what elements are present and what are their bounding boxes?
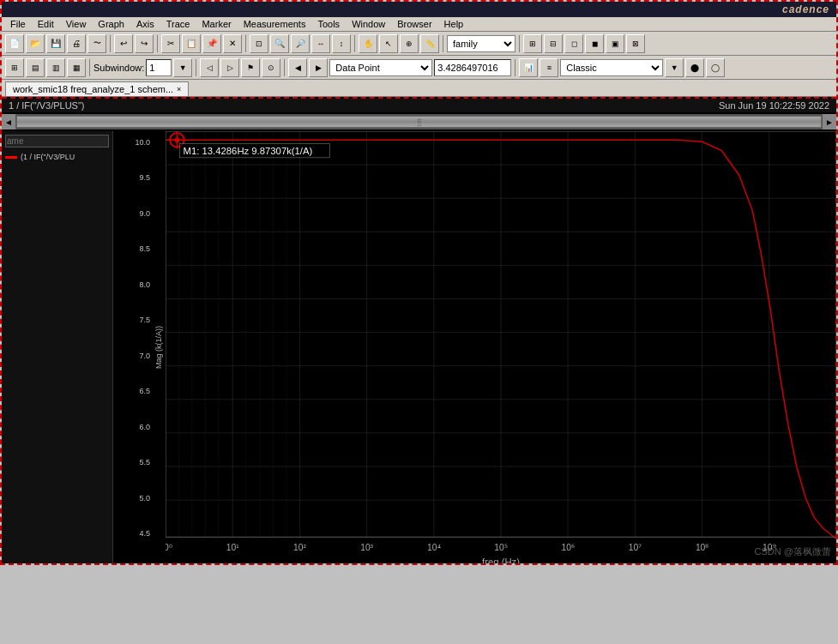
tb-btn-b[interactable]: ⊟ [544,34,563,53]
toolbar1: 📄 📂 💾 🖨 〜 ↩ ↪ ✂ 📋 📌 ✕ ⊡ 🔍 🔎 ↔ ↕ ✋ ↖ ⊕ 📏 … [2,32,836,56]
sep2 [157,35,158,52]
horizontal-scrollbar[interactable]: ◄ ⣿ ► [2,114,836,129]
x-axis-label-text: freq (Hz) [482,557,520,563]
y-tick-75: 7.5 [139,316,150,324]
tb2-btnE[interactable]: ◀ [288,58,307,77]
tb2-btnF[interactable]: ▶ [309,58,328,77]
pan-btn[interactable]: ✋ [359,34,377,53]
tb2-btnK[interactable]: ◯ [706,58,725,77]
tab-close-btn[interactable]: × [177,85,181,93]
tab-label: work_smic18 freq_analyze_1 schem... [13,84,173,94]
sep3 [245,35,246,52]
x-tick-0: 10⁰ [166,543,172,552]
legend-name-input[interactable] [5,135,109,147]
menubar: File Edit View Graph Axis Trace Marker M… [2,17,836,32]
y-tick-85: 8.5 [139,244,150,253]
menu-window[interactable]: Window [347,18,390,30]
main-tab[interactable]: work_smic18 freq_analyze_1 schem... × [5,81,189,96]
zoom-x-btn[interactable]: ↔ [311,34,330,53]
menu-view[interactable]: View [61,18,92,30]
sep6 [519,35,520,52]
tb2-btn3[interactable]: ▥ [46,58,65,77]
menu-file[interactable]: File [5,18,31,30]
zoom-y-btn[interactable]: ↕ [332,34,351,53]
chart-area: 10.0 9.5 9.0 8.5 8.0 7.5 7.0 6.5 6.0 5.5… [113,131,836,563]
y-axis-label: Mag (k(1/A)) [154,326,163,369]
zoom-fit-btn[interactable]: ⊡ [250,34,268,53]
subwindow-drop[interactable]: ▼ [173,58,192,77]
menu-help[interactable]: Help [439,18,469,30]
menu-edit[interactable]: Edit [33,18,59,30]
copy-btn[interactable]: 📋 [182,34,201,53]
x-tick-7: 10⁷ [629,543,642,552]
ruler-btn[interactable]: 📏 [420,34,439,53]
menu-tools[interactable]: Tools [312,18,345,30]
tb2-btnC[interactable]: ⚑ [241,58,260,77]
zoom-in-btn[interactable]: 🔍 [270,34,289,53]
tb2-btnJ[interactable]: ⬤ [685,58,704,77]
tb2-btnI[interactable]: ▼ [665,58,684,77]
x-tick-8: 10⁸ [696,543,708,552]
chart-date: Sun Jun 19 10:22:59 2022 [719,100,829,111]
legend-item: (1 / IF("/V3/PLU [5,153,109,161]
tb2-btnB[interactable]: ▷ [220,58,239,77]
scroll-thumb[interactable]: ⣿ [16,116,822,128]
tb2-btnD[interactable]: ⊙ [262,58,280,77]
sep10 [515,59,515,76]
wave-btn[interactable]: 〜 [87,34,106,53]
classic-select[interactable]: Classic [560,59,663,76]
select-btn[interactable]: ↖ [379,34,398,53]
app-title: cadence [782,3,829,15]
print-btn[interactable]: 🖨 [67,34,86,53]
plot-wrapper: (1 / IF("/V3/PLU 10.0 9.5 9.0 8.5 8.0 7.… [2,131,836,563]
x-tick-2: 10² [293,543,306,552]
legend-item-label: (1 / IF("/V3/PLU [21,153,75,161]
undo-btn[interactable]: ↩ [114,34,133,53]
menu-measurements[interactable]: Measurements [238,18,311,30]
legend-color-swatch [5,156,17,159]
tb-btn-d[interactable]: ◼ [585,34,604,53]
sep7 [89,59,90,76]
save-btn[interactable]: 💾 [46,34,65,53]
zoom-out-btn[interactable]: 🔎 [291,34,310,53]
scroll-track[interactable]: ⣿ [16,116,822,128]
menu-axis[interactable]: Axis [131,18,160,30]
menu-browser[interactable]: Browser [392,18,437,30]
sep5 [443,35,443,52]
y-tick-50: 5.0 [139,494,150,503]
menu-marker[interactable]: Marker [196,18,236,30]
tb-btn-f[interactable]: ⊠ [626,34,645,53]
menu-graph[interactable]: Graph [93,18,130,30]
family-select[interactable]: family [447,35,515,52]
menu-trace[interactable]: Trace [161,18,196,30]
y-tick-90: 9.0 [139,209,150,218]
tb2-btn4[interactable]: ▦ [67,58,86,77]
toolbar2: ⊞ ▤ ▥ ▦ Subwindow: ▼ ◁ ▷ ⚑ ⊙ ◀ ▶ Data Po… [2,56,836,80]
tb2-btnA[interactable]: ◁ [200,58,219,77]
tb2-btnH[interactable]: ≡ [540,58,558,77]
paste-btn[interactable]: 📌 [202,34,221,53]
delete-btn[interactable]: ✕ [223,34,242,53]
tb2-btn1[interactable]: ⊞ [5,58,24,77]
subwindow-input[interactable] [146,59,172,76]
new-btn[interactable]: 📄 [5,34,24,53]
tb-btn-e[interactable]: ▣ [606,34,624,53]
tb2-btnG[interactable]: 📊 [519,58,538,77]
tb-btn-a[interactable]: ⊞ [523,34,542,53]
data-value-input[interactable] [434,59,511,76]
subwindow-label: Subwindow: [93,63,144,73]
y-tick-60: 6.0 [139,423,150,431]
cut-btn[interactable]: ✂ [161,34,180,53]
watermark: CSDN @落枫微蕾 [755,545,831,558]
tb2-btn2[interactable]: ▤ [26,58,45,77]
chart-header: 1 / IF("/V3/PLUS") Sun Jun 19 10:22:59 2… [2,99,836,112]
scroll-left-btn[interactable]: ◄ [2,114,15,129]
open-btn[interactable]: 📂 [26,34,45,53]
tb-btn-c[interactable]: ◻ [564,34,583,53]
x-tick-6: 10⁶ [561,543,574,552]
crosshair-btn[interactable]: ⊕ [400,34,419,53]
scroll-right-btn[interactable]: ► [823,114,836,129]
data-point-select[interactable]: Data Point [329,59,432,76]
redo-btn[interactable]: ↪ [135,34,154,53]
sep1 [110,35,111,52]
